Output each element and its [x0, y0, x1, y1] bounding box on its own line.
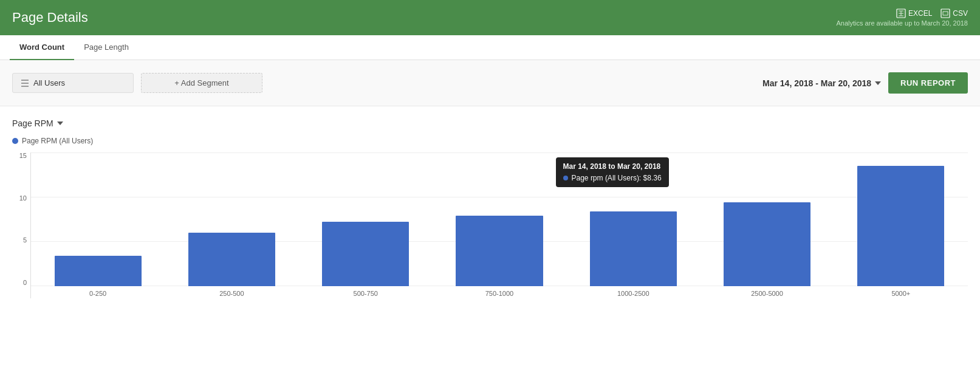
bar-x-label: 750-1000: [485, 290, 514, 297]
export-buttons: EXCEL CSV: [896, 9, 968, 18]
y-axis: 0 5 10 15: [12, 152, 30, 298]
header-right: EXCEL CSV Analytics are available up to …: [837, 9, 968, 27]
y-label-0: 0: [23, 279, 27, 286]
analytics-note: Analytics are available up to March 20, …: [837, 19, 968, 27]
all-users-segment[interactable]: All Users: [12, 73, 134, 93]
bar-chart: 0 5 10 15 0-250250-500500-750750-1000100…: [12, 152, 968, 298]
bar[interactable]: [456, 216, 543, 286]
legend-text: Page RPM (All Users): [22, 137, 93, 145]
bar-x-label: 2500-5000: [751, 290, 783, 297]
bar-group[interactable]: 5000+: [834, 152, 968, 286]
bar-x-label: 250-500: [219, 290, 244, 297]
csv-icon: [941, 9, 950, 18]
date-range-text: Mar 14, 2018 - Mar 20, 2018: [762, 78, 871, 88]
bar[interactable]: [724, 202, 810, 286]
controls-row: All Users + Add Segment Mar 14, 2018 - M…: [0, 60, 980, 106]
drag-handle-icon: [21, 80, 29, 87]
chart-legend: Page RPM (All Users): [12, 137, 968, 145]
y-label-10: 10: [19, 195, 27, 202]
excel-icon: [896, 9, 906, 18]
add-segment-button[interactable]: + Add Segment: [141, 73, 262, 93]
svg-rect-1: [941, 9, 950, 18]
bar[interactable]: [188, 233, 275, 286]
date-range-selector[interactable]: Mar 14, 2018 - Mar 20, 2018: [762, 78, 881, 88]
bar-x-label: 5000+: [891, 290, 910, 297]
segment-label: All Users: [33, 78, 65, 87]
bar[interactable]: [322, 222, 409, 286]
bar-group[interactable]: 1000-2500: [566, 152, 700, 286]
bar-x-label: 0-250: [89, 290, 106, 297]
bar-x-label: 500-750: [354, 290, 378, 297]
y-label-15: 15: [19, 152, 27, 159]
excel-export-button[interactable]: EXCEL: [896, 9, 932, 18]
legend-dot: [12, 138, 18, 144]
bar[interactable]: [857, 166, 944, 286]
y-label-5: 5: [23, 237, 27, 244]
chevron-down-icon: [875, 81, 881, 85]
bar[interactable]: [55, 256, 142, 286]
run-report-button[interactable]: RUN REPORT: [888, 72, 968, 94]
metric-dropdown-icon: [57, 122, 63, 125]
bars-row: 0-250250-500500-750750-10001000-25002500…: [31, 152, 968, 286]
metric-label: Page RPM: [12, 118, 53, 128]
tab-page-length[interactable]: Page Length: [74, 35, 139, 60]
csv-export-button[interactable]: CSV: [941, 9, 968, 18]
bar-x-label: 1000-2500: [617, 290, 649, 297]
bar-group[interactable]: 500-750: [299, 152, 433, 286]
bar-group[interactable]: 0-250: [31, 152, 165, 286]
bar-group[interactable]: 250-500: [165, 152, 298, 286]
bar[interactable]: [590, 211, 677, 286]
tab-word-count[interactable]: Word Count: [10, 35, 74, 60]
bar-group[interactable]: 2500-5000: [700, 152, 834, 286]
tabs-bar: Word Count Page Length: [0, 35, 980, 60]
page-title: Page Details: [12, 10, 88, 26]
metric-selector[interactable]: Page RPM: [12, 118, 968, 128]
chart-area: Page RPM Page RPM (All Users) 0 5 10 15: [0, 106, 980, 304]
page-header: Page Details EXCEL CSV Analytics are ava…: [0, 0, 980, 35]
bars-area: 0-250250-500500-750750-10001000-25002500…: [30, 152, 968, 298]
bar-group[interactable]: 750-1000: [433, 152, 566, 286]
